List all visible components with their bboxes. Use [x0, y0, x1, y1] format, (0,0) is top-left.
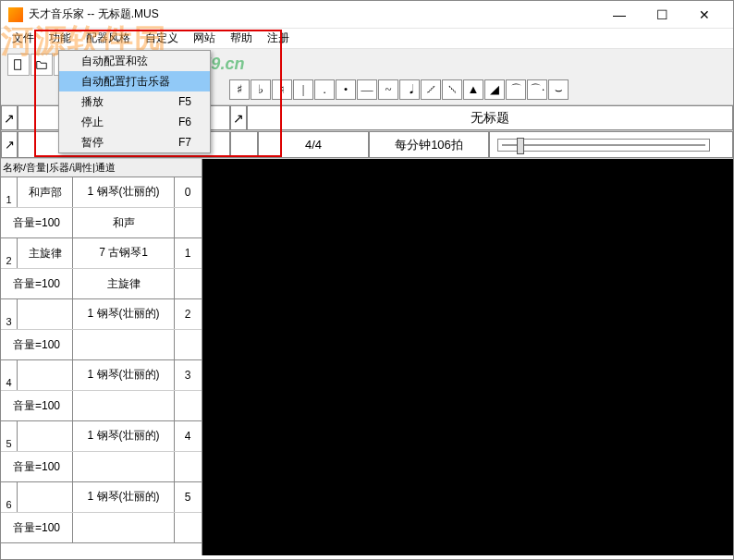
- track-volume[interactable]: 音量=100: [1, 330, 73, 359]
- track-instrument[interactable]: 1 钢琴(壮丽的): [73, 299, 175, 329]
- staccato-tool[interactable]: •: [336, 79, 356, 100]
- track-instrument[interactable]: 1 钢琴(壮丽的): [73, 421, 175, 451]
- track-channel[interactable]: 5: [175, 482, 201, 512]
- track-name[interactable]: [18, 421, 73, 451]
- title-edge-2[interactable]: ↗: [230, 105, 247, 130]
- track-panel: 名称/音量|乐器/调性|通道 1 和声部 1 钢琴(壮丽的) 0 音量=100 …: [1, 159, 202, 555]
- track-instrument[interactable]: 7 古钢琴1: [73, 238, 175, 268]
- menu-help[interactable]: 帮助: [223, 29, 260, 48]
- track-channel[interactable]: 1: [175, 238, 201, 268]
- track-number: 3: [1, 299, 18, 329]
- menu-file[interactable]: 文件: [5, 29, 42, 48]
- track-block: 3 1 钢琴(壮丽的) 2 音量=100: [1, 299, 202, 360]
- title-edge-1[interactable]: ↗: [1, 105, 18, 130]
- minimize-button[interactable]: —: [598, 1, 641, 29]
- dd-stop[interactable]: 停止F6: [59, 112, 210, 132]
- dd-auto-chord[interactable]: 自动配置和弦: [59, 51, 210, 71]
- tempo-blank-2: [230, 131, 258, 158]
- track-name[interactable]: [18, 482, 73, 512]
- dd-play[interactable]: 播放F5: [59, 91, 210, 112]
- track-number: 4: [1, 360, 18, 390]
- inverted-slur-tool[interactable]: ⌣: [548, 79, 569, 100]
- track-block: 6 1 钢琴(壮丽的) 5 音量=100: [1, 482, 202, 543]
- track-empty: [175, 391, 201, 420]
- tenuto-tool[interactable]: —: [357, 79, 377, 100]
- crescendo-tool[interactable]: ▲: [463, 79, 483, 100]
- workspace[interactable]: [202, 159, 733, 555]
- track-number: 2: [1, 238, 18, 268]
- tie-dotted-tool[interactable]: ⌒·: [527, 79, 547, 100]
- track-volume[interactable]: 音量=100: [1, 391, 73, 420]
- song-title[interactable]: 无标题: [247, 105, 733, 130]
- track-number: 1: [1, 177, 18, 207]
- barline-tool[interactable]: |: [293, 79, 313, 100]
- track-volume[interactable]: 音量=100: [1, 269, 73, 298]
- track-mode[interactable]: [73, 330, 175, 359]
- track-empty: [175, 269, 201, 298]
- maximize-button[interactable]: ☐: [641, 1, 683, 29]
- menu-custom[interactable]: 自定义: [138, 29, 186, 48]
- decrescendo-tool[interactable]: ◢: [484, 79, 505, 100]
- tool-open[interactable]: [31, 54, 53, 76]
- window-title: 天才音乐家 -- 无标题.MUS: [29, 6, 598, 22]
- dd-pause[interactable]: 暂停F7: [59, 132, 210, 152]
- accidental-sharp[interactable]: ♯: [229, 79, 250, 100]
- slur-tool[interactable]: ⌒: [506, 79, 526, 100]
- menu-website[interactable]: 网站: [186, 29, 223, 48]
- track-instrument[interactable]: 1 钢琴(壮丽的): [73, 360, 175, 390]
- track-channel[interactable]: 4: [175, 421, 201, 451]
- note-tool-1[interactable]: 𝅘𝅥: [399, 79, 420, 100]
- track-block: 1 和声部 1 钢琴(壮丽的) 0 音量=100 和声: [1, 177, 202, 238]
- track-mode[interactable]: 和声: [73, 208, 175, 237]
- tempo-slider-thumb[interactable]: [517, 138, 524, 154]
- ornament-tool[interactable]: ~: [378, 79, 398, 100]
- track-number: 6: [1, 482, 18, 512]
- accidental-flat[interactable]: ♭: [251, 79, 271, 100]
- content-area: 名称/音量|乐器/调性|通道 1 和声部 1 钢琴(壮丽的) 0 音量=100 …: [1, 159, 733, 555]
- track-block: 2 主旋律 7 古钢琴1 1 音量=100 主旋律: [1, 238, 202, 299]
- tempo-display[interactable]: 每分钟106拍: [369, 131, 489, 158]
- function-dropdown: 自动配置和弦 自动配置打击乐器 播放F5 停止F6 暂停F7: [58, 50, 211, 153]
- dd-auto-percussion[interactable]: 自动配置打击乐器: [59, 71, 210, 91]
- tempo-slider-cell: [489, 131, 733, 158]
- track-empty: [175, 330, 201, 359]
- menubar: 文件 功能 配器风格 自定义 网站 帮助 注册: [1, 29, 733, 49]
- menu-style[interactable]: 配器风格: [79, 29, 138, 48]
- track-mode[interactable]: [73, 513, 175, 542]
- dot-tool[interactable]: .: [314, 79, 335, 100]
- track-name[interactable]: [18, 360, 73, 390]
- track-block: 5 1 钢琴(壮丽的) 4 音量=100: [1, 421, 202, 482]
- track-empty: [175, 208, 201, 237]
- rest-tool-2[interactable]: 𝆲: [442, 79, 462, 100]
- tempo-slider[interactable]: [497, 139, 710, 152]
- rest-tool-1[interactable]: 𝆱: [421, 79, 441, 100]
- track-block: 4 1 钢琴(壮丽的) 3 音量=100: [1, 360, 202, 421]
- svg-rect-0: [15, 60, 21, 70]
- track-name[interactable]: 和声部: [18, 177, 73, 207]
- track-instrument[interactable]: 1 钢琴(壮丽的): [73, 177, 175, 207]
- track-volume[interactable]: 音量=100: [1, 452, 73, 481]
- tempo-edge-1[interactable]: ↗: [1, 131, 18, 158]
- close-button[interactable]: ✕: [683, 1, 726, 29]
- track-instrument[interactable]: 1 钢琴(壮丽的): [73, 482, 175, 512]
- track-channel[interactable]: 2: [175, 299, 201, 329]
- track-name[interactable]: [18, 299, 73, 329]
- app-icon: [8, 7, 23, 22]
- track-name[interactable]: 主旋律: [18, 238, 73, 268]
- track-empty: [175, 513, 201, 542]
- track-channel[interactable]: 3: [175, 360, 201, 390]
- accidental-natural[interactable]: ♮: [272, 79, 292, 100]
- track-number: 5: [1, 421, 18, 451]
- menu-register[interactable]: 注册: [260, 29, 297, 48]
- track-mode[interactable]: [73, 452, 175, 481]
- time-signature[interactable]: 4/4: [258, 131, 369, 158]
- track-empty: [175, 452, 201, 481]
- titlebar: 天才音乐家 -- 无标题.MUS — ☐ ✕: [1, 1, 733, 29]
- menu-function[interactable]: 功能: [42, 29, 79, 48]
- track-volume[interactable]: 音量=100: [1, 513, 73, 542]
- track-channel[interactable]: 0: [175, 177, 201, 207]
- tool-new[interactable]: [7, 54, 30, 76]
- track-mode[interactable]: [73, 391, 175, 420]
- track-volume[interactable]: 音量=100: [1, 208, 73, 237]
- track-mode[interactable]: 主旋律: [73, 269, 175, 298]
